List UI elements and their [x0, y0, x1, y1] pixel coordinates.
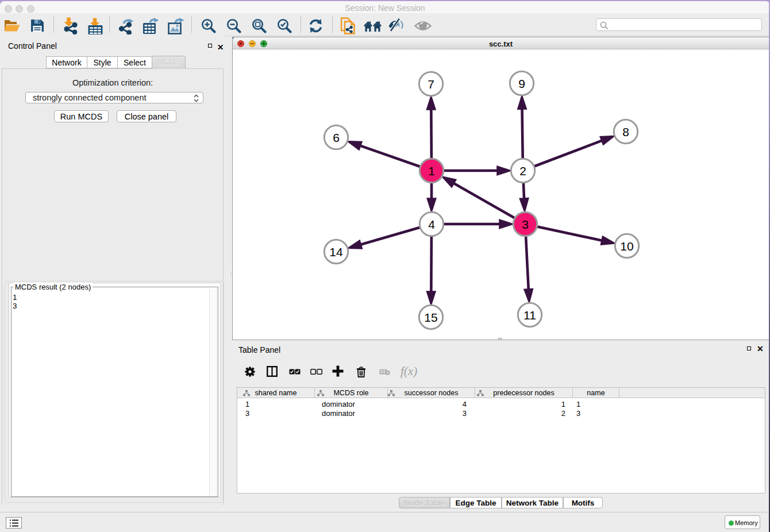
svg-text:2: 2 [519, 164, 526, 178]
svg-text:10: 10 [620, 240, 633, 253]
svg-text:14: 14 [329, 245, 343, 259]
svg-text:11: 11 [523, 309, 536, 322]
svg-text:4: 4 [428, 218, 435, 231]
svg-text:7: 7 [428, 78, 434, 91]
svg-text:6: 6 [333, 131, 340, 144]
svg-text:1: 1 [428, 164, 435, 178]
svg-text:3: 3 [522, 218, 529, 231]
svg-text:8: 8 [622, 125, 629, 138]
svg-text:9: 9 [518, 77, 525, 90]
svg-text:15: 15 [424, 311, 437, 324]
